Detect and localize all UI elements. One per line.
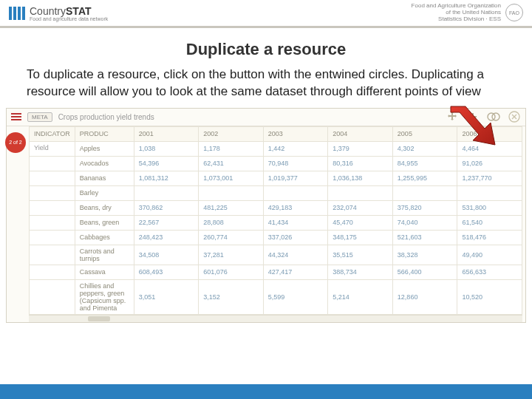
- table-row: Bananas1,081,3121,073,0011,019,3771,036,…: [30, 171, 522, 185]
- value-cell: 531,800: [457, 200, 522, 215]
- product-cell: Cassava: [75, 265, 134, 279]
- value-cell: 61,540: [457, 215, 522, 230]
- col-header[interactable]: PRODUC: [75, 126, 134, 141]
- value-cell: 1,019,377: [263, 171, 328, 185]
- slide-header: CountrySTAT Food and agriculture data ne…: [0, 0, 532, 28]
- col-header[interactable]: 2001: [134, 126, 199, 141]
- fao-logo-icon: FAO: [505, 4, 523, 21]
- slide-body: To duplicate a resource, click on the bu…: [0, 66, 532, 100]
- table-row: Beans, green22,56728,80841,43445,47074,0…: [30, 215, 522, 230]
- data-table: INDICATORPRODUC200120022003200420052006 …: [29, 126, 522, 315]
- col-header[interactable]: 2003: [263, 126, 328, 141]
- value-cell: [392, 185, 457, 200]
- indicator-cell: [30, 265, 75, 279]
- value-cell: 22,567: [134, 215, 199, 230]
- value-cell: 1,379: [328, 141, 393, 156]
- indicator-cell: [30, 185, 75, 200]
- col-header[interactable]: INDICATOR: [30, 126, 75, 141]
- value-cell: 1,255,995: [392, 171, 457, 185]
- table-row: Barley: [30, 185, 522, 200]
- value-cell: 370,862: [134, 200, 199, 215]
- indicator-cell: Yield: [30, 141, 75, 156]
- value-cell: [134, 185, 199, 200]
- value-cell: 656,633: [457, 265, 522, 279]
- value-cell: 91,026: [457, 156, 522, 171]
- slide-title: Duplicate a resource: [0, 40, 532, 59]
- col-header[interactable]: 2002: [199, 126, 264, 141]
- value-cell: 348,175: [328, 230, 393, 245]
- indicator-cell: [30, 279, 75, 314]
- brand-bars-icon: [9, 7, 25, 20]
- horizontal-scrollbar[interactable]: [29, 315, 522, 322]
- col-header[interactable]: 2004: [328, 126, 393, 141]
- product-cell: Apples: [75, 141, 134, 156]
- brand-logo: CountrySTAT Food and agriculture data ne…: [9, 4, 108, 21]
- table-row: Cassava608,493601,076427,417388,734566,4…: [30, 265, 522, 279]
- product-cell: Bananas: [75, 171, 134, 185]
- value-cell: 481,225: [199, 200, 264, 215]
- indicator-cell: [30, 200, 75, 215]
- indicator-cell: [30, 156, 75, 171]
- value-cell: 1,237,770: [457, 171, 522, 185]
- value-cell: [457, 185, 522, 200]
- value-cell: 375,820: [392, 200, 457, 215]
- value-cell: 1,036,138: [328, 171, 393, 185]
- value-cell: [199, 185, 264, 200]
- value-cell: 1,081,312: [134, 171, 199, 185]
- value-cell: 1,178: [199, 141, 264, 156]
- indicator-cell: [30, 245, 75, 265]
- product-cell: Beans, green: [75, 215, 134, 230]
- value-cell: 388,734: [328, 265, 393, 279]
- slide-footer: [0, 384, 532, 399]
- value-cell: 70,948: [263, 156, 328, 171]
- menu-icon[interactable]: [11, 113, 21, 120]
- value-cell: 5,214: [328, 279, 393, 314]
- indicator-cell: [30, 171, 75, 185]
- close-icon[interactable]: [508, 110, 521, 123]
- table-row: Avocados54,39662,43170,94880,31684,95591…: [30, 156, 522, 171]
- value-cell: 35,515: [328, 245, 393, 265]
- product-cell: Avocados: [75, 156, 134, 171]
- value-cell: 45,470: [328, 215, 393, 230]
- value-cell: 429,183: [263, 200, 328, 215]
- count-badge[interactable]: 2 of 2: [5, 132, 26, 153]
- value-cell: 601,076: [199, 265, 264, 279]
- product-cell: Chillies and peppers, green (Capsicum sp…: [75, 279, 134, 314]
- value-cell: 566,400: [392, 265, 457, 279]
- callout-arrow-icon: [446, 103, 498, 148]
- value-cell: 521,603: [392, 230, 457, 245]
- value-cell: 54,396: [134, 156, 199, 171]
- value-cell: 1,073,001: [199, 171, 264, 185]
- value-cell: 74,040: [392, 215, 457, 230]
- indicator-cell: [30, 230, 75, 245]
- value-cell: 3,051: [134, 279, 199, 314]
- org-line-3: Statistics Division · ESS: [412, 16, 501, 23]
- table-row: Carrots and turnips34,50837,28144,32435,…: [30, 245, 522, 265]
- table-body: YieldApples1,0381,1781,4421,3794,3024,46…: [30, 141, 522, 314]
- value-cell: 44,324: [263, 245, 328, 265]
- value-cell: 518,476: [457, 230, 522, 245]
- value-cell: 84,955: [392, 156, 457, 171]
- dataset-title: Crops production yield trends: [58, 113, 154, 121]
- value-cell: 12,860: [392, 279, 457, 314]
- product-cell: Cabbages: [75, 230, 134, 245]
- value-cell: 5,599: [263, 279, 328, 314]
- value-cell: 37,281: [199, 245, 264, 265]
- table-row: Beans, dry370,862481,225429,183232,07437…: [30, 200, 522, 215]
- value-cell: 38,328: [392, 245, 457, 265]
- product-cell: Beans, dry: [75, 200, 134, 215]
- value-cell: 49,490: [457, 245, 522, 265]
- value-cell: 28,808: [199, 215, 264, 230]
- value-cell: 3,152: [199, 279, 264, 314]
- value-cell: 248,423: [134, 230, 199, 245]
- table-row: Cabbages248,423260,774337,026348,175521,…: [30, 230, 522, 245]
- value-cell: 80,316: [328, 156, 393, 171]
- value-cell: 10,520: [457, 279, 522, 314]
- product-cell: Carrots and turnips: [75, 245, 134, 265]
- value-cell: 41,434: [263, 215, 328, 230]
- value-cell: 34,508: [134, 245, 199, 265]
- table-row: Chillies and peppers, green (Capsicum sp…: [30, 279, 522, 314]
- indicator-cell: [30, 215, 75, 230]
- meta-button[interactable]: META: [27, 112, 52, 122]
- value-cell: 1,038: [134, 141, 199, 156]
